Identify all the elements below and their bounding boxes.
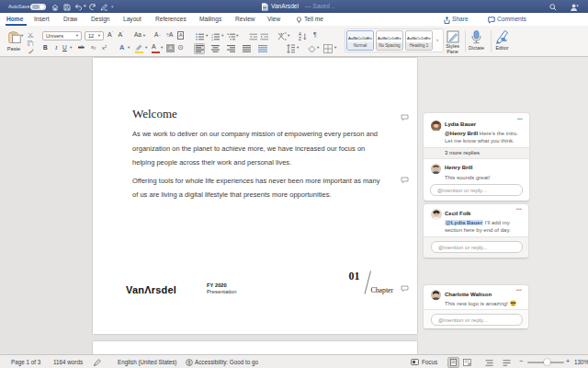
svg-text:Z: Z: [299, 37, 301, 40]
